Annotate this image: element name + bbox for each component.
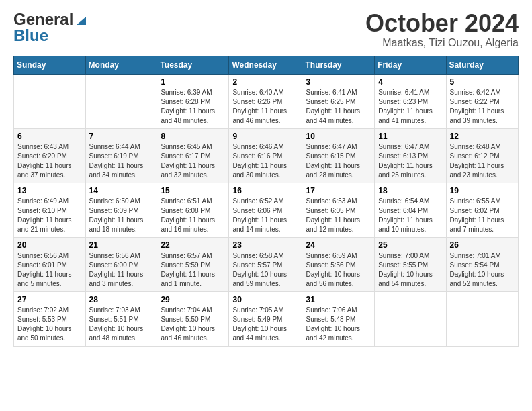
day-number: 27 — [17, 295, 82, 304]
weekday-header-wednesday: Wednesday — [229, 56, 302, 74]
day-cell: 8Sunrise: 6:45 AMSunset: 6:17 PMDaylight… — [157, 128, 229, 183]
weekday-header-sunday: Sunday — [14, 56, 86, 74]
day-number: 5 — [450, 77, 515, 87]
weekday-header-thursday: Thursday — [302, 56, 375, 74]
day-info: Sunrise: 6:49 AMSunset: 6:10 PMDaylight:… — [17, 197, 82, 234]
day-info: Sunrise: 6:56 AMSunset: 6:01 PMDaylight:… — [17, 251, 82, 289]
day-cell: 7Sunrise: 6:44 AMSunset: 6:19 PMDaylight… — [85, 128, 157, 183]
day-cell: 29Sunrise: 7:04 AMSunset: 5:50 PMDayligh… — [157, 291, 229, 346]
day-info: Sunrise: 6:47 AMSunset: 6:15 PMDaylight:… — [306, 142, 371, 180]
week-row-3: 13Sunrise: 6:49 AMSunset: 6:10 PMDayligh… — [14, 183, 519, 237]
location-title: Maatkas, Tizi Ouzou, Algeria — [365, 37, 519, 49]
day-number: 12 — [450, 132, 515, 141]
day-cell: 24Sunrise: 6:59 AMSunset: 5:56 PMDayligh… — [302, 237, 375, 291]
weekday-header-row: SundayMondayTuesdayWednesdayThursdayFrid… — [14, 56, 519, 74]
day-info: Sunrise: 7:01 AMSunset: 5:54 PMDaylight:… — [450, 251, 515, 289]
day-cell: 26Sunrise: 7:01 AMSunset: 5:54 PMDayligh… — [446, 237, 518, 291]
logo: General Blue — [13, 10, 89, 45]
day-cell: 16Sunrise: 6:52 AMSunset: 6:06 PMDayligh… — [229, 183, 302, 237]
svg-marker-0 — [77, 17, 86, 25]
day-cell — [14, 74, 86, 128]
day-cell: 19Sunrise: 6:55 AMSunset: 6:02 PMDayligh… — [446, 183, 518, 237]
day-number: 25 — [378, 240, 442, 250]
day-cell — [85, 74, 157, 128]
day-info: Sunrise: 6:48 AMSunset: 6:12 PMDaylight:… — [450, 142, 515, 180]
weekday-header-saturday: Saturday — [446, 56, 518, 74]
day-number: 9 — [232, 132, 298, 141]
day-cell: 18Sunrise: 6:54 AMSunset: 6:04 PMDayligh… — [375, 183, 446, 237]
day-info: Sunrise: 6:43 AMSunset: 6:20 PMDaylight:… — [17, 142, 82, 180]
day-info: Sunrise: 6:39 AMSunset: 6:28 PMDaylight:… — [161, 88, 225, 126]
day-info: Sunrise: 6:57 AMSunset: 5:59 PMDaylight:… — [161, 251, 225, 289]
day-cell: 25Sunrise: 7:00 AMSunset: 5:55 PMDayligh… — [375, 237, 446, 291]
day-number: 22 — [161, 240, 225, 250]
logo-blue: Blue — [13, 26, 48, 45]
day-number: 10 — [306, 132, 371, 141]
day-cell: 14Sunrise: 6:50 AMSunset: 6:09 PMDayligh… — [85, 183, 157, 237]
header: General Blue October 2024 Maatkas, Tizi … — [13, 10, 519, 49]
day-cell: 30Sunrise: 7:05 AMSunset: 5:49 PMDayligh… — [229, 291, 302, 346]
day-number: 24 — [306, 240, 371, 250]
day-cell: 5Sunrise: 6:42 AMSunset: 6:22 PMDaylight… — [446, 74, 518, 128]
day-info: Sunrise: 6:47 AMSunset: 6:13 PMDaylight:… — [378, 142, 442, 180]
day-cell: 1Sunrise: 6:39 AMSunset: 6:28 PMDaylight… — [157, 74, 229, 128]
day-number: 30 — [232, 295, 298, 304]
day-cell: 10Sunrise: 6:47 AMSunset: 6:15 PMDayligh… — [302, 128, 375, 183]
day-cell: 20Sunrise: 6:56 AMSunset: 6:01 PMDayligh… — [14, 237, 86, 291]
day-info: Sunrise: 6:54 AMSunset: 6:04 PMDaylight:… — [378, 197, 442, 234]
day-info: Sunrise: 6:40 AMSunset: 6:26 PMDaylight:… — [232, 88, 298, 126]
week-row-2: 6Sunrise: 6:43 AMSunset: 6:20 PMDaylight… — [14, 128, 519, 183]
day-cell: 11Sunrise: 6:47 AMSunset: 6:13 PMDayligh… — [375, 128, 446, 183]
day-info: Sunrise: 7:00 AMSunset: 5:55 PMDaylight:… — [378, 251, 442, 289]
page: General Blue October 2024 Maatkas, Tizi … — [0, 0, 532, 411]
day-number: 29 — [161, 295, 225, 304]
day-number: 1 — [161, 77, 225, 87]
day-info: Sunrise: 6:46 AMSunset: 6:16 PMDaylight:… — [232, 142, 298, 180]
day-cell — [375, 291, 446, 346]
day-cell: 9Sunrise: 6:46 AMSunset: 6:16 PMDaylight… — [229, 128, 302, 183]
day-cell: 21Sunrise: 6:56 AMSunset: 6:00 PMDayligh… — [85, 237, 157, 291]
day-info: Sunrise: 6:41 AMSunset: 6:25 PMDaylight:… — [306, 88, 371, 126]
day-info: Sunrise: 6:55 AMSunset: 6:02 PMDaylight:… — [450, 197, 515, 234]
day-info: Sunrise: 6:52 AMSunset: 6:06 PMDaylight:… — [232, 197, 298, 234]
logo-icon — [74, 13, 89, 28]
week-row-4: 20Sunrise: 6:56 AMSunset: 6:01 PMDayligh… — [14, 237, 519, 291]
day-cell: 17Sunrise: 6:53 AMSunset: 6:05 PMDayligh… — [302, 183, 375, 237]
weekday-header-friday: Friday — [375, 56, 446, 74]
day-number: 15 — [161, 186, 225, 195]
day-cell: 2Sunrise: 6:40 AMSunset: 6:26 PMDaylight… — [229, 74, 302, 128]
day-info: Sunrise: 7:06 AMSunset: 5:48 PMDaylight:… — [306, 306, 371, 343]
weekday-header-tuesday: Tuesday — [157, 56, 229, 74]
weekday-header-monday: Monday — [85, 56, 157, 74]
week-row-5: 27Sunrise: 7:02 AMSunset: 5:53 PMDayligh… — [14, 291, 519, 346]
day-number: 11 — [378, 132, 442, 141]
day-number: 19 — [450, 186, 515, 195]
day-number: 28 — [89, 295, 154, 304]
day-cell: 4Sunrise: 6:41 AMSunset: 6:23 PMDaylight… — [375, 74, 446, 128]
day-number: 31 — [306, 295, 371, 304]
day-info: Sunrise: 7:05 AMSunset: 5:49 PMDaylight:… — [232, 306, 298, 343]
day-info: Sunrise: 6:53 AMSunset: 6:05 PMDaylight:… — [306, 197, 371, 234]
day-info: Sunrise: 7:04 AMSunset: 5:50 PMDaylight:… — [161, 306, 225, 343]
day-info: Sunrise: 6:42 AMSunset: 6:22 PMDaylight:… — [450, 88, 515, 126]
day-info: Sunrise: 6:41 AMSunset: 6:23 PMDaylight:… — [378, 88, 442, 126]
day-cell: 6Sunrise: 6:43 AMSunset: 6:20 PMDaylight… — [14, 128, 86, 183]
day-number: 26 — [450, 240, 515, 250]
day-number: 14 — [89, 186, 154, 195]
day-cell: 15Sunrise: 6:51 AMSunset: 6:08 PMDayligh… — [157, 183, 229, 237]
calendar: SundayMondayTuesdayWednesdayThursdayFrid… — [13, 56, 519, 347]
day-cell: 23Sunrise: 6:58 AMSunset: 5:57 PMDayligh… — [229, 237, 302, 291]
month-title: October 2024 — [365, 10, 519, 37]
day-cell: 28Sunrise: 7:03 AMSunset: 5:51 PMDayligh… — [85, 291, 157, 346]
day-cell: 3Sunrise: 6:41 AMSunset: 6:25 PMDaylight… — [302, 74, 375, 128]
day-cell: 13Sunrise: 6:49 AMSunset: 6:10 PMDayligh… — [14, 183, 86, 237]
day-info: Sunrise: 6:56 AMSunset: 6:00 PMDaylight:… — [89, 251, 154, 289]
day-number: 7 — [89, 132, 154, 141]
day-number: 8 — [161, 132, 225, 141]
day-info: Sunrise: 6:59 AMSunset: 5:56 PMDaylight:… — [306, 251, 371, 289]
day-number: 6 — [17, 132, 82, 141]
day-info: Sunrise: 7:03 AMSunset: 5:51 PMDaylight:… — [89, 306, 154, 343]
day-info: Sunrise: 6:51 AMSunset: 6:08 PMDaylight:… — [161, 197, 225, 234]
day-info: Sunrise: 6:45 AMSunset: 6:17 PMDaylight:… — [161, 142, 225, 180]
day-number: 18 — [378, 186, 442, 195]
